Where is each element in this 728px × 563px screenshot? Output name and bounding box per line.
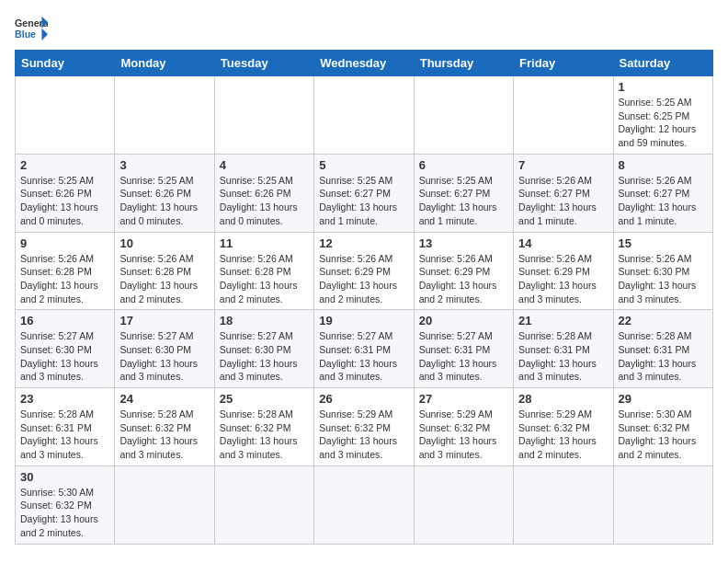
day-number: 10 [119, 236, 209, 250]
day-sun-info: Sunrise: 5:26 AM Sunset: 6:29 PM Dayligh… [419, 252, 508, 306]
day-sun-info: Sunrise: 5:26 AM Sunset: 6:27 PM Dayligh… [619, 174, 708, 228]
day-sun-info: Sunrise: 5:27 AM Sunset: 6:31 PM Dayligh… [319, 329, 408, 384]
day-sun-info: Sunrise: 5:26 AM Sunset: 6:29 PM Dayligh… [319, 252, 408, 306]
calendar-cell: 18Sunrise: 5:27 AM Sunset: 6:30 PM Dayli… [214, 310, 313, 388]
weekday-header-thursday: Thursday [414, 51, 513, 76]
calendar-cell: 1Sunrise: 5:25 AM Sunset: 6:25 PM Daylig… [613, 76, 712, 155]
calendar-cell [115, 76, 214, 155]
calendar-cell: 20Sunrise: 5:27 AM Sunset: 6:31 PM Dayli… [414, 310, 513, 388]
calendar-cell: 7Sunrise: 5:26 AM Sunset: 6:27 PM Daylig… [514, 154, 613, 232]
day-sun-info: Sunrise: 5:25 AM Sunset: 6:27 PM Dayligh… [319, 174, 408, 228]
calendar-cell: 9Sunrise: 5:26 AM Sunset: 6:28 PM Daylig… [16, 232, 115, 310]
calendar-cell [414, 76, 513, 155]
calendar-cell [514, 465, 613, 544]
calendar-cell: 26Sunrise: 5:29 AM Sunset: 6:32 PM Dayli… [314, 388, 414, 466]
day-number: 1 [619, 80, 708, 94]
day-sun-info: Sunrise: 5:27 AM Sunset: 6:31 PM Dayligh… [419, 329, 508, 384]
calendar-cell: 30Sunrise: 5:30 AM Sunset: 6:32 PM Dayli… [16, 465, 115, 544]
day-number: 6 [419, 158, 508, 172]
day-sun-info: Sunrise: 5:26 AM Sunset: 6:28 PM Dayligh… [119, 252, 209, 306]
day-sun-info: Sunrise: 5:28 AM Sunset: 6:32 PM Dayligh… [220, 408, 309, 462]
day-number: 5 [319, 158, 408, 172]
day-sun-info: Sunrise: 5:28 AM Sunset: 6:31 PM Dayligh… [518, 329, 608, 384]
day-number: 30 [20, 470, 109, 484]
day-sun-info: Sunrise: 5:26 AM Sunset: 6:28 PM Dayligh… [20, 252, 109, 306]
generalblue-logo-icon: General Blue [15, 15, 48, 40]
day-sun-info: Sunrise: 5:27 AM Sunset: 6:30 PM Dayligh… [20, 329, 109, 384]
weekday-header-saturday: Saturday [613, 51, 712, 76]
day-sun-info: Sunrise: 5:26 AM Sunset: 6:28 PM Dayligh… [220, 252, 309, 306]
day-sun-info: Sunrise: 5:25 AM Sunset: 6:27 PM Dayligh… [419, 174, 508, 228]
logo: General Blue [15, 15, 48, 40]
calendar-cell: 2Sunrise: 5:25 AM Sunset: 6:26 PM Daylig… [16, 154, 115, 232]
calendar-week-row: 1Sunrise: 5:25 AM Sunset: 6:25 PM Daylig… [16, 76, 713, 155]
day-number: 22 [619, 314, 708, 327]
day-number: 12 [319, 236, 408, 250]
day-sun-info: Sunrise: 5:25 AM Sunset: 6:26 PM Dayligh… [119, 174, 209, 228]
calendar-cell: 13Sunrise: 5:26 AM Sunset: 6:29 PM Dayli… [414, 232, 513, 310]
calendar-cell [16, 76, 115, 155]
day-number: 16 [20, 314, 109, 327]
calendar-cell: 19Sunrise: 5:27 AM Sunset: 6:31 PM Dayli… [314, 310, 414, 388]
calendar-cell [613, 465, 712, 544]
calendar-cell: 29Sunrise: 5:30 AM Sunset: 6:32 PM Dayli… [613, 388, 712, 466]
day-number: 25 [220, 392, 309, 406]
day-number: 18 [220, 314, 309, 327]
day-sun-info: Sunrise: 5:30 AM Sunset: 6:32 PM Dayligh… [619, 408, 708, 462]
calendar-week-row: 2Sunrise: 5:25 AM Sunset: 6:26 PM Daylig… [16, 154, 713, 232]
day-number: 19 [319, 314, 408, 327]
calendar-cell: 17Sunrise: 5:27 AM Sunset: 6:30 PM Dayli… [115, 310, 214, 388]
day-number: 23 [20, 392, 109, 406]
calendar-cell: 16Sunrise: 5:27 AM Sunset: 6:30 PM Dayli… [16, 310, 115, 388]
calendar-cell: 8Sunrise: 5:26 AM Sunset: 6:27 PM Daylig… [613, 154, 712, 232]
calendar-cell [314, 76, 414, 155]
calendar-week-row: 9Sunrise: 5:26 AM Sunset: 6:28 PM Daylig… [16, 232, 713, 310]
weekday-header-tuesday: Tuesday [214, 51, 313, 76]
weekday-header-friday: Friday [514, 51, 613, 76]
day-sun-info: Sunrise: 5:26 AM Sunset: 6:29 PM Dayligh… [518, 252, 608, 306]
calendar-cell: 28Sunrise: 5:29 AM Sunset: 6:32 PM Dayli… [514, 388, 613, 466]
calendar-cell [314, 465, 414, 544]
day-sun-info: Sunrise: 5:25 AM Sunset: 6:25 PM Dayligh… [619, 96, 708, 150]
day-sun-info: Sunrise: 5:29 AM Sunset: 6:32 PM Dayligh… [319, 408, 408, 462]
calendar-cell [115, 465, 214, 544]
calendar-week-row: 23Sunrise: 5:28 AM Sunset: 6:31 PM Dayli… [16, 388, 713, 466]
day-number: 29 [619, 392, 708, 406]
weekday-header-row: SundayMondayTuesdayWednesdayThursdayFrid… [16, 51, 713, 76]
day-sun-info: Sunrise: 5:29 AM Sunset: 6:32 PM Dayligh… [419, 408, 508, 462]
weekday-header-sunday: Sunday [16, 51, 115, 76]
day-number: 7 [518, 158, 608, 172]
day-sun-info: Sunrise: 5:26 AM Sunset: 6:30 PM Dayligh… [619, 252, 708, 306]
calendar-cell: 15Sunrise: 5:26 AM Sunset: 6:30 PM Dayli… [613, 232, 712, 310]
calendar-cell [514, 76, 613, 155]
day-number: 2 [20, 158, 109, 172]
day-sun-info: Sunrise: 5:27 AM Sunset: 6:30 PM Dayligh… [119, 329, 209, 384]
calendar-cell: 11Sunrise: 5:26 AM Sunset: 6:28 PM Dayli… [214, 232, 313, 310]
day-sun-info: Sunrise: 5:25 AM Sunset: 6:26 PM Dayligh… [220, 174, 309, 228]
calendar-cell: 25Sunrise: 5:28 AM Sunset: 6:32 PM Dayli… [214, 388, 313, 466]
day-sun-info: Sunrise: 5:28 AM Sunset: 6:31 PM Dayligh… [619, 329, 708, 384]
calendar-cell: 4Sunrise: 5:25 AM Sunset: 6:26 PM Daylig… [214, 154, 313, 232]
svg-text:Blue: Blue [15, 29, 36, 40]
day-number: 8 [619, 158, 708, 172]
calendar-cell: 22Sunrise: 5:28 AM Sunset: 6:31 PM Dayli… [613, 310, 712, 388]
day-number: 17 [119, 314, 209, 327]
weekday-header-monday: Monday [115, 51, 214, 76]
calendar-cell: 10Sunrise: 5:26 AM Sunset: 6:28 PM Dayli… [115, 232, 214, 310]
day-sun-info: Sunrise: 5:26 AM Sunset: 6:27 PM Dayligh… [518, 174, 608, 228]
calendar-cell: 12Sunrise: 5:26 AM Sunset: 6:29 PM Dayli… [314, 232, 414, 310]
day-number: 24 [119, 392, 209, 406]
calendar-cell: 21Sunrise: 5:28 AM Sunset: 6:31 PM Dayli… [514, 310, 613, 388]
day-number: 14 [518, 236, 608, 250]
day-number: 20 [419, 314, 508, 327]
day-sun-info: Sunrise: 5:28 AM Sunset: 6:31 PM Dayligh… [20, 408, 109, 462]
day-number: 21 [518, 314, 608, 327]
calendar-cell [214, 76, 313, 155]
day-number: 28 [518, 392, 608, 406]
calendar-cell: 6Sunrise: 5:25 AM Sunset: 6:27 PM Daylig… [414, 154, 513, 232]
day-number: 15 [619, 236, 708, 250]
calendar-cell [214, 465, 313, 544]
day-sun-info: Sunrise: 5:29 AM Sunset: 6:32 PM Dayligh… [518, 408, 608, 462]
calendar-cell: 3Sunrise: 5:25 AM Sunset: 6:26 PM Daylig… [115, 154, 214, 232]
calendar-cell: 24Sunrise: 5:28 AM Sunset: 6:32 PM Dayli… [115, 388, 214, 466]
